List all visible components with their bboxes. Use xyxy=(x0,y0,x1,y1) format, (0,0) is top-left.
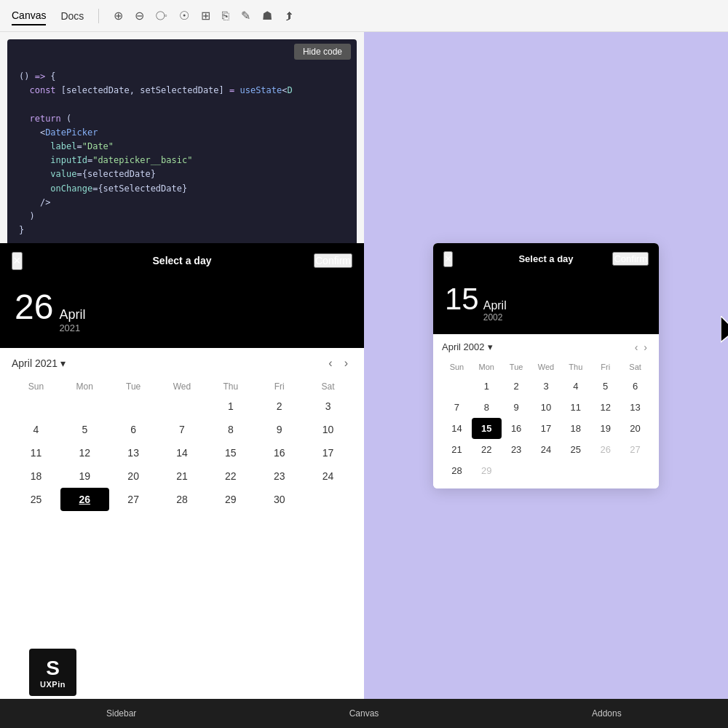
bottom-tab-addons[interactable]: Addons xyxy=(486,708,728,719)
dp-left-cell-25[interactable]: 25 xyxy=(12,488,60,511)
dp-big-cell-15[interactable]: 15 xyxy=(472,418,502,439)
dp-big-cell-4[interactable]: 4 xyxy=(561,376,590,397)
dp-left-cell-11[interactable]: 11 xyxy=(12,441,60,464)
dp-left-next-button[interactable]: › xyxy=(340,357,352,370)
dp-left-cell-23[interactable]: 23 xyxy=(255,464,304,488)
dp-big-cell-21[interactable]: 21 xyxy=(442,439,472,460)
dp-big-close-button[interactable]: × xyxy=(443,251,453,267)
dp-big-cell-9[interactable]: 9 xyxy=(502,397,531,418)
dp-left-month: April xyxy=(59,307,85,323)
dp-left-cell-29[interactable]: 29 xyxy=(206,488,255,511)
image-icon[interactable]: ☗ xyxy=(262,9,272,23)
dp-left-close-button[interactable]: × xyxy=(12,252,23,270)
dp-big-cell-6[interactable]: 6 xyxy=(620,376,650,397)
dp-left-cell-5[interactable]: 5 xyxy=(60,418,109,441)
dp-left-cell-1[interactable]: 1 xyxy=(206,395,255,418)
dp-left-cell-28[interactable]: 28 xyxy=(158,488,207,511)
dp-left-month-label[interactable]: April 2021 ▾ xyxy=(12,357,66,369)
dp-big-cell-7[interactable]: 7 xyxy=(442,397,472,418)
dp-left-cell-17[interactable]: 17 xyxy=(304,441,352,464)
dp-left-header-tue: Tue xyxy=(109,379,158,395)
bottom-bar: Sidebar Canvas Addons xyxy=(0,699,728,728)
globe-icon[interactable]: ☉ xyxy=(179,9,189,23)
logo-text: UXPin xyxy=(40,680,66,689)
dp-left-cell-4[interactable]: 4 xyxy=(12,418,60,441)
svg-marker-0 xyxy=(721,316,728,347)
dp-big-cell-17[interactable]: 17 xyxy=(531,418,561,439)
dp-left-cell-empty3 xyxy=(109,395,158,418)
dp-big-calendar: April 2002 ▾ ‹ › Sun Mon Tue Wed Thu Fri… xyxy=(433,334,659,488)
bookmark-icon[interactable]: ⎘ xyxy=(222,9,229,23)
dp-left-cell-15[interactable]: 15 xyxy=(206,441,255,464)
zoom-in-icon[interactable]: ⊕ xyxy=(114,9,123,23)
dp-left-cell-14[interactable]: 14 xyxy=(158,441,207,464)
dp-big-cell-24[interactable]: 24 xyxy=(531,439,561,460)
dp-big-confirm-button[interactable]: Confirm xyxy=(612,252,649,266)
dp-big-cell-2[interactable]: 2 xyxy=(502,376,531,397)
dp-big-grid: Sun Mon Tue Wed Thu Fri Sat 1 2 3 4 5 6 … xyxy=(442,360,650,481)
pencil-icon[interactable]: ✎ xyxy=(241,9,250,23)
dp-big-cell-13[interactable]: 13 xyxy=(620,397,650,418)
bottom-tab-sidebar[interactable]: Sidebar xyxy=(0,708,242,719)
dp-big-prev-button[interactable]: ‹ xyxy=(632,341,641,353)
zoom-fit-icon[interactable]: ⧂ xyxy=(156,9,167,23)
dp-big-cell-29[interactable]: 29 xyxy=(472,460,502,481)
dp-left-cell-27[interactable]: 27 xyxy=(109,488,158,511)
dp-left-cell-3[interactable]: 3 xyxy=(304,395,352,418)
dp-big-cell-20[interactable]: 20 xyxy=(620,418,650,439)
dp-left-cell-13[interactable]: 13 xyxy=(109,441,158,464)
dp-big-month-label[interactable]: April 2002 ▾ xyxy=(442,341,493,352)
dp-left-cell-22[interactable]: 22 xyxy=(206,464,255,488)
dp-big-next-button[interactable]: › xyxy=(641,341,650,353)
dp-big-cell-12[interactable]: 12 xyxy=(590,397,620,418)
dp-left-cell-24[interactable]: 24 xyxy=(304,464,352,488)
dp-left-year: 2021 xyxy=(59,323,85,333)
datepicker-big: × Select a day Confirm 15 April 2002 Apr… xyxy=(433,243,659,488)
dp-left-header-fri: Fri xyxy=(255,379,304,395)
chevron-down-icon: ▾ xyxy=(488,341,493,352)
dp-big-cell-28[interactable]: 28 xyxy=(442,460,472,481)
dp-big-cell-1[interactable]: 1 xyxy=(472,376,502,397)
zoom-out-icon[interactable]: ⊖ xyxy=(135,9,144,23)
dp-left-cell-6[interactable]: 6 xyxy=(109,418,158,441)
dp-left-cell-2[interactable]: 2 xyxy=(255,395,304,418)
tab-canvas[interactable]: Canvas xyxy=(12,7,46,25)
dp-big-cell-16[interactable]: 16 xyxy=(502,418,531,439)
bottom-tab-canvas[interactable]: Canvas xyxy=(242,708,485,719)
dp-left-cell-12[interactable]: 12 xyxy=(60,441,109,464)
toolbar-divider xyxy=(98,9,99,23)
dp-left-prev-button[interactable]: ‹ xyxy=(324,357,336,370)
dp-left-cell-18[interactable]: 18 xyxy=(12,464,60,488)
dp-big-cell-22[interactable]: 22 xyxy=(472,439,502,460)
dp-big-cell-27[interactable]: 27 xyxy=(620,439,650,460)
grid-icon[interactable]: ⊞ xyxy=(201,9,210,23)
dp-left-cell-20[interactable]: 20 xyxy=(109,464,158,488)
dp-big-cell-8[interactable]: 8 xyxy=(472,397,502,418)
dp-big-cell-5[interactable]: 5 xyxy=(590,376,620,397)
dp-big-cell-23[interactable]: 23 xyxy=(502,439,531,460)
hide-code-button[interactable]: Hide code xyxy=(294,44,351,60)
dp-left-cell-26[interactable]: 26 xyxy=(60,488,109,511)
dp-left-cell-9[interactable]: 9 xyxy=(255,418,304,441)
dp-big-cell-25[interactable]: 25 xyxy=(561,439,590,460)
dp-left-cell-21[interactable]: 21 xyxy=(158,464,207,488)
dp-left-header: × Select a day Confirm xyxy=(0,243,364,278)
dp-left-confirm-button[interactable]: Confirm xyxy=(314,253,352,268)
dp-left-cell-10[interactable]: 10 xyxy=(304,418,352,441)
dp-big-cell-3[interactable]: 3 xyxy=(531,376,561,397)
dp-left-month-year: April 2021 xyxy=(59,307,85,333)
dp-left-cell-30[interactable]: 30 xyxy=(255,488,304,511)
share-icon[interactable]: ⮭ xyxy=(284,9,296,23)
dp-big-cell-19[interactable]: 19 xyxy=(590,418,620,439)
dp-left-cell-7[interactable]: 7 xyxy=(158,418,207,441)
dp-big-cell-10[interactable]: 10 xyxy=(531,397,561,418)
dp-left-cell-8[interactable]: 8 xyxy=(206,418,255,441)
top-toolbar: Canvas Docs ⊕ ⊖ ⧂ ☉ ⊞ ⎘ ✎ ☗ ⮭ xyxy=(0,0,728,32)
dp-big-cell-26[interactable]: 26 xyxy=(590,439,620,460)
dp-left-cell-16[interactable]: 16 xyxy=(255,441,304,464)
tab-docs[interactable]: Docs xyxy=(60,7,84,25)
dp-big-cell-18[interactable]: 18 xyxy=(561,418,590,439)
dp-left-cell-19[interactable]: 19 xyxy=(60,464,109,488)
dp-big-cell-11[interactable]: 11 xyxy=(561,397,590,418)
dp-big-cell-14[interactable]: 14 xyxy=(442,418,472,439)
